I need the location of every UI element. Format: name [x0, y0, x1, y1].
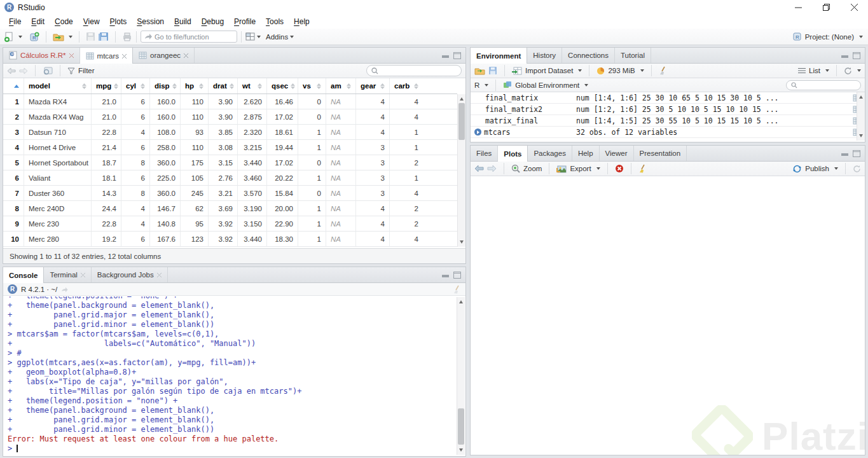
table-row[interactable]: 1Mazda RX421.06160.01103.902.62016.460NA…: [3, 94, 457, 109]
close-tab-button[interactable]: [81, 271, 85, 279]
column-header-disp[interactable]: disp: [149, 78, 180, 94]
scroll-down-icon[interactable]: [459, 448, 463, 452]
tab-console[interactable]: Console: [3, 267, 44, 283]
tab-plots[interactable]: Plots: [498, 146, 528, 162]
scroll-down-icon[interactable]: [859, 134, 863, 137]
column-header-hp[interactable]: hp: [180, 78, 208, 94]
addins-caret-icon[interactable]: [290, 36, 294, 38]
remove-plot-icon[interactable]: [615, 164, 624, 173]
maximize-pane-icon[interactable]: [853, 52, 860, 59]
menu-debug[interactable]: Debug: [196, 16, 229, 27]
export-plot-button[interactable]: Export: [570, 165, 591, 172]
column-header-cyl[interactable]: cyl: [121, 78, 149, 94]
sort-icons[interactable]: [411, 83, 418, 89]
sort-icons[interactable]: [138, 83, 145, 89]
environment-search-box[interactable]: [786, 80, 861, 90]
language-selector[interactable]: R: [474, 81, 479, 89]
export-plot-icon[interactable]: [556, 165, 567, 173]
publish-button[interactable]: Publish: [805, 165, 829, 172]
environment-item[interactable]: final_matrixnum [1:4, 1:6] 25 30 10 65 5…: [471, 92, 865, 104]
close-tab-button[interactable]: [157, 271, 162, 279]
maximize-pane-icon[interactable]: [853, 150, 860, 157]
table-search-input[interactable]: [381, 67, 457, 74]
forward-plot-icon[interactable]: [487, 165, 497, 172]
console-output[interactable]: + theme(legend.position = "none") ++ the…: [3, 296, 457, 456]
clear-objects-broom-icon[interactable]: [659, 66, 667, 75]
goto-file-input[interactable]: [155, 33, 228, 41]
column-header-vs[interactable]: vs: [298, 78, 326, 94]
column-header-model[interactable]: model: [24, 78, 91, 94]
console-scrollbar[interactable]: [457, 297, 465, 455]
column-header-qsec[interactable]: qsec: [266, 78, 298, 94]
table-row[interactable]: 3Datsun 71022.84108.0933.852.32018.611NA…: [3, 125, 457, 140]
table-row[interactable]: 8Merc 240D24.44146.7623.693.19020.001NA4…: [3, 201, 457, 216]
language-caret-icon[interactable]: [485, 84, 488, 87]
minimize-pane-icon[interactable]: [841, 150, 849, 156]
goto-file-box[interactable]: [141, 31, 237, 43]
menu-file[interactable]: File: [4, 16, 26, 27]
sort-icons[interactable]: [227, 83, 234, 89]
column-header-am[interactable]: am: [326, 78, 355, 94]
tab-viewer[interactable]: Viewer: [600, 146, 634, 161]
sort-icons[interactable]: [255, 83, 262, 89]
forward-icon[interactable]: [19, 67, 28, 74]
table-search-box[interactable]: [366, 65, 462, 76]
tab-background-jobs[interactable]: Background Jobs: [92, 267, 168, 282]
expand-icon[interactable]: [474, 128, 481, 135]
sort-icons[interactable]: [111, 83, 118, 89]
clear-plots-broom-icon[interactable]: [638, 164, 647, 173]
environment-item[interactable]: final_matrix2num [1:2, 1:6] 25 30 5 10 1…: [471, 104, 865, 115]
save-all-icon[interactable]: [98, 32, 109, 41]
close-tab-icon[interactable]: [69, 53, 74, 58]
tab-terminal[interactable]: Terminal: [44, 267, 91, 282]
addins-button[interactable]: Addins: [266, 33, 288, 41]
import-dataset-button[interactable]: Import Dataset: [525, 67, 573, 74]
close-tab-icon[interactable]: [122, 54, 127, 59]
list-view-caret-icon[interactable]: [825, 69, 829, 72]
minimize-pane-icon[interactable]: [441, 52, 450, 59]
menu-session[interactable]: Session: [132, 16, 169, 27]
project-selector[interactable]: R Project: (None): [792, 32, 863, 41]
tab-tutorial[interactable]: Tutorial: [615, 48, 651, 63]
environment-scope-selector[interactable]: Global Environment: [515, 81, 579, 89]
save-workspace-icon[interactable]: [488, 66, 497, 75]
panes-layout-icon[interactable]: [245, 32, 255, 41]
table-row[interactable]: 7Duster 36014.38360.02453.213.57015.840N…: [3, 186, 457, 201]
close-tab-button[interactable]: [122, 52, 127, 60]
sort-icons[interactable]: [196, 83, 203, 89]
tab-connections[interactable]: Connections: [562, 48, 615, 63]
new-project-icon[interactable]: R: [29, 32, 39, 42]
publish-caret-icon[interactable]: [834, 167, 838, 170]
list-view-label[interactable]: List: [809, 67, 820, 74]
open-in-window-icon[interactable]: [43, 67, 53, 75]
minimize-button[interactable]: [784, 0, 812, 15]
sort-icons[interactable]: [378, 83, 385, 89]
list-view-icon[interactable]: [798, 67, 806, 74]
environment-search-input[interactable]: [800, 81, 856, 89]
sort-icons[interactable]: [314, 83, 321, 89]
zoom-plot-icon[interactable]: [511, 164, 520, 173]
scroll-down-icon[interactable]: [460, 240, 464, 244]
open-file-icon[interactable]: [53, 32, 64, 41]
tab-history[interactable]: History: [527, 48, 562, 63]
close-button[interactable]: [840, 0, 868, 15]
import-dataset-caret-icon[interactable]: [578, 69, 582, 72]
scroll-up-icon[interactable]: [460, 97, 464, 101]
row-number-header[interactable]: [3, 78, 24, 94]
filter-button[interactable]: Filter: [78, 67, 95, 74]
publish-icon[interactable]: [792, 165, 802, 173]
maximize-pane-icon[interactable]: [453, 272, 461, 279]
scroll-up-icon[interactable]: [859, 95, 863, 99]
open-file-caret-icon[interactable]: [69, 36, 72, 38]
menu-code[interactable]: Code: [50, 16, 78, 27]
load-workspace-icon[interactable]: [474, 67, 485, 75]
table-row[interactable]: 10Merc 28019.26167.61233.923.44018.301NA…: [3, 232, 457, 247]
editor-tab-mtcars[interactable]: mtcars: [80, 48, 134, 64]
refresh-caret-icon[interactable]: [857, 69, 861, 72]
close-tab-button[interactable]: [184, 52, 188, 59]
print-icon[interactable]: [122, 32, 132, 41]
table-row[interactable]: 9Merc 23022.84140.8953.923.15022.901NA42: [3, 216, 457, 232]
tab-environment[interactable]: Environment: [471, 48, 527, 64]
panes-layout-caret-icon[interactable]: [257, 36, 261, 38]
filter-icon[interactable]: [67, 67, 75, 74]
